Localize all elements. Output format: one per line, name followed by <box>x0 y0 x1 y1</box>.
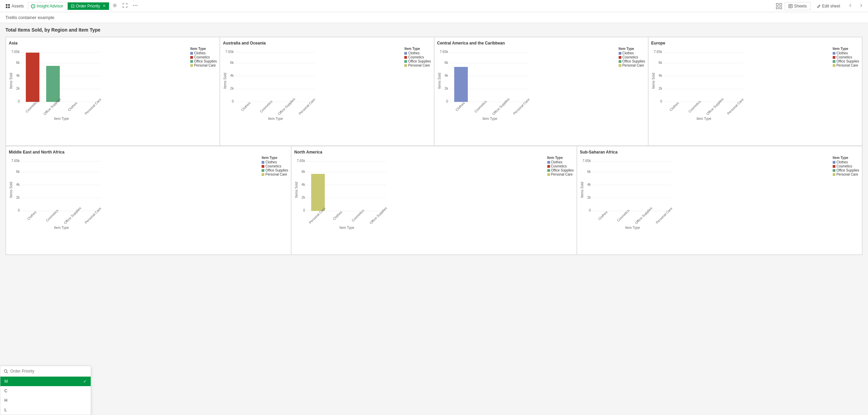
svg-text:4k: 4k <box>444 74 448 77</box>
svg-rect-1 <box>8 4 10 6</box>
order-priority-dropdown[interactable]: M ✓ C H L <box>0 366 91 404</box>
svg-rect-2 <box>6 6 7 8</box>
svg-text:6k: 6k <box>658 61 662 65</box>
svg-text:Clothes: Clothes <box>26 210 37 221</box>
order-priority-tab[interactable]: Order Priority ✕ <box>68 2 109 10</box>
svg-text:Clothes: Clothes <box>332 210 343 221</box>
sub-header: Trellis container example <box>0 12 868 23</box>
svg-text:Personal Care: Personal Care <box>655 206 673 224</box>
chart-panel-europe: Europe Item Type Clothes Cosmetics Offic… <box>648 37 862 146</box>
dropdown-search-row <box>0 366 91 377</box>
svg-rect-3 <box>8 6 10 8</box>
dropdown-item-m[interactable]: M ✓ <box>0 377 91 386</box>
svg-text:Item Type: Item Type <box>54 117 69 121</box>
svg-text:Item Type: Item Type <box>339 226 354 230</box>
chart-panel-north-america: North America Item Type Clothes Cosmetic… <box>291 146 577 255</box>
chart-title-europe: Europe <box>651 41 859 46</box>
svg-rect-14 <box>780 3 782 5</box>
more-icon-btn[interactable] <box>131 2 140 10</box>
svg-text:4k: 4k <box>16 183 20 186</box>
dropdown-item-h[interactable]: H <box>0 396 91 404</box>
order-priority-label: Order Priority <box>76 4 100 8</box>
svg-text:7.65k: 7.65k <box>654 50 662 54</box>
fullscreen-icon-btn[interactable] <box>121 2 129 10</box>
svg-text:Items Sold: Items Sold <box>9 73 13 89</box>
dropdown-item-c[interactable]: C <box>0 386 91 396</box>
more-icon <box>133 3 138 8</box>
fullscreen-icon <box>123 3 127 8</box>
svg-text:2k: 2k <box>16 196 20 199</box>
svg-text:Personal Care: Personal Care <box>512 97 530 115</box>
svg-text:6k: 6k <box>302 170 306 174</box>
svg-text:4k: 4k <box>587 183 591 186</box>
legend-australia: Item Type Clothes Cosmetics Office Suppl… <box>404 47 431 68</box>
svg-text:Personal Care: Personal Care <box>84 206 102 224</box>
check-icon: ✓ <box>83 379 87 384</box>
svg-text:Cosmetics: Cosmetics <box>45 209 59 222</box>
svg-text:7.65k: 7.65k <box>226 50 234 54</box>
svg-text:Cosmetics: Cosmetics <box>259 100 273 113</box>
chart-main-title: Total Items Sold, by Region and Item Typ… <box>5 27 863 33</box>
svg-text:6k: 6k <box>16 170 20 174</box>
svg-rect-32 <box>46 66 60 102</box>
order-priority-icon <box>71 4 74 8</box>
chevron-right-icon <box>859 3 863 7</box>
svg-text:Item Type: Item Type <box>696 117 711 121</box>
svg-text:6k: 6k <box>587 170 591 174</box>
chart-title-australia: Australia and Oceania <box>223 41 431 46</box>
svg-rect-16 <box>780 7 782 9</box>
trellis-grid-top: Asia Item Type Clothes Cosmetics Office … <box>5 37 863 146</box>
svg-text:Personal Care: Personal Care <box>84 97 102 115</box>
chart-panel-sub-saharan: Sub-Saharan Africa Item Type Clothes Cos… <box>577 146 862 255</box>
main-content: Total Items Sold, by Region and Item Typ… <box>0 23 868 404</box>
svg-text:2k: 2k <box>302 196 306 199</box>
edit-sheet-button[interactable]: Edit sheet <box>813 2 844 10</box>
svg-text:Items Sold: Items Sold <box>652 73 655 89</box>
insight-label: Insight Advisor <box>37 4 63 8</box>
svg-text:Item Type: Item Type <box>54 226 69 230</box>
close-icon[interactable]: ✕ <box>103 4 106 8</box>
svg-text:Office Supplies: Office Supplies <box>63 206 82 225</box>
svg-text:0: 0 <box>232 100 234 103</box>
svg-text:2k: 2k <box>16 87 20 90</box>
chart-svg-asia: 7.65k 6k 4k 2k 0 Cosmetics Office Suppli… <box>9 47 111 122</box>
settings-icon <box>112 3 117 8</box>
chart-svg-middle-east: 7.65k 6k 4k 2k 0 Clothes Cosmetics Offic… <box>9 156 111 231</box>
svg-point-9 <box>114 5 116 6</box>
svg-rect-0 <box>6 4 7 6</box>
page-title: Trellis container example <box>5 15 54 20</box>
sheets-button[interactable]: Sheets <box>785 2 810 10</box>
legend-asia: Item Type Clothes Cosmetics Office Suppl… <box>190 47 217 68</box>
trellis-grid-bottom: Middle East and North Africa Item Type C… <box>5 146 863 255</box>
nav-forward-button[interactable] <box>857 2 865 10</box>
svg-text:Clothes: Clothes <box>455 101 465 112</box>
svg-text:0: 0 <box>589 209 591 212</box>
svg-text:Office Supplies: Office Supplies <box>491 97 510 116</box>
svg-rect-31 <box>26 53 39 102</box>
svg-point-12 <box>137 5 137 6</box>
svg-text:Cosmetics: Cosmetics <box>688 100 702 113</box>
search-icon <box>4 369 8 374</box>
svg-text:Cosmetics: Cosmetics <box>616 209 630 222</box>
chart-title-middle-east: Middle East and North Africa <box>9 150 288 155</box>
svg-text:Office Supplies: Office Supplies <box>706 97 724 116</box>
insight-advisor-tab[interactable]: Insight Advisor <box>28 2 66 10</box>
svg-rect-15 <box>776 7 778 9</box>
grid-icon <box>776 3 782 9</box>
svg-text:7.65k: 7.65k <box>297 159 305 163</box>
assets-button[interactable]: Assets <box>3 2 26 10</box>
svg-text:7.65k: 7.65k <box>582 159 591 163</box>
legend-north-america: Item Type Clothes Cosmetics Office Suppl… <box>547 156 574 177</box>
svg-text:Items Sold: Items Sold <box>223 73 227 89</box>
nav-back-button[interactable] <box>846 2 854 10</box>
svg-text:Item Type: Item Type <box>268 117 283 121</box>
sheets-icon <box>789 4 793 8</box>
chart-svg-australia: 7.65k 6k 4k 2k 0 Clothes Cosmetics Offic… <box>223 47 325 122</box>
edit-icon <box>817 4 821 8</box>
chart-title-north-america: North America <box>294 150 573 155</box>
chart-svg-sub-saharan: 7.65k 6k 4k 2k 0 Clothes Cosmetics Offic… <box>580 156 682 231</box>
settings-icon-btn[interactable] <box>110 2 119 10</box>
legend-sub-saharan: Item Type Clothes Cosmetics Office Suppl… <box>833 156 859 177</box>
dropdown-search-input[interactable] <box>10 369 87 374</box>
svg-text:Personal Care: Personal Care <box>298 97 316 115</box>
